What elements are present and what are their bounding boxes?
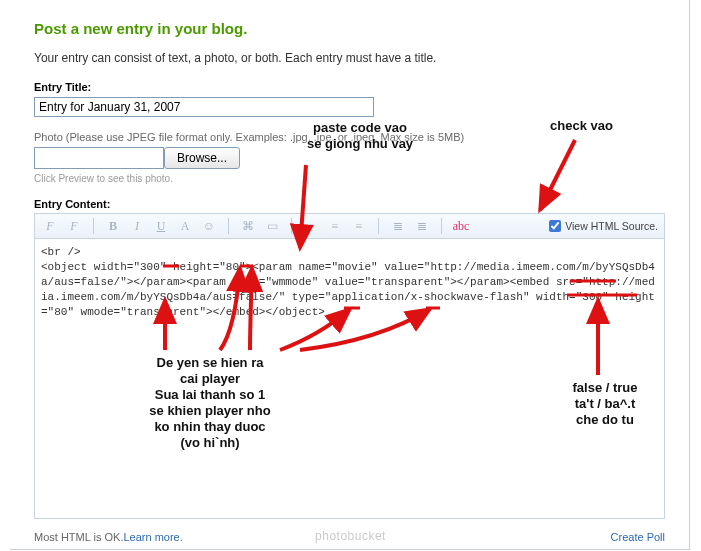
spellcheck-icon[interactable]: abc (452, 218, 470, 234)
italic-icon[interactable]: I (128, 218, 146, 234)
view-source-checkbox[interactable] (549, 220, 561, 232)
editor-code: <br /> <object width="300" height="80"><… (41, 246, 655, 318)
image-icon[interactable]: ▭ (263, 218, 281, 234)
font-size-icon[interactable]: F (65, 218, 83, 234)
page-title: Post a new entry in your blog. (34, 20, 665, 37)
text-color-icon[interactable]: A (176, 218, 194, 234)
emoji-icon[interactable]: ☺ (200, 218, 218, 234)
html-note: Most HTML is OK.Learn more. (34, 531, 183, 543)
entry-title-label: Entry Title: (34, 81, 665, 93)
create-poll-link[interactable]: Create Poll (611, 531, 665, 543)
bold-icon[interactable]: B (104, 218, 122, 234)
view-source-label: View HTML Source. (565, 220, 658, 232)
browse-button[interactable]: Browse... (164, 147, 240, 169)
entry-content-label: Entry Content: (34, 198, 665, 210)
intro-text: Your entry can consist of text, a photo,… (34, 51, 665, 65)
font-icon[interactable]: F (41, 218, 59, 234)
learn-more-link[interactable]: Learn more (123, 531, 179, 543)
align-left-icon[interactable]: ≡ (302, 218, 320, 234)
align-center-icon[interactable]: ≡ (326, 218, 344, 234)
link-icon[interactable]: ⌘ (239, 218, 257, 234)
photo-path-input[interactable] (34, 147, 164, 169)
html-source-editor[interactable]: <br /> <object width="300" height="80"><… (34, 239, 665, 519)
photo-label: Photo (Please use JPEG file format only.… (34, 131, 665, 143)
editor-toolbar: F F B I U A ☺ ⌘ ▭ ≡ ≡ ≡ ≣ ≣ abc View HTM… (34, 213, 665, 239)
align-right-icon[interactable]: ≡ (350, 218, 368, 234)
entry-title-input[interactable] (34, 97, 374, 117)
list-number-icon[interactable]: ≣ (389, 218, 407, 234)
underline-icon[interactable]: U (152, 218, 170, 234)
list-bullet-icon[interactable]: ≣ (413, 218, 431, 234)
preview-note: Click Preview to see this photo. (34, 173, 665, 184)
